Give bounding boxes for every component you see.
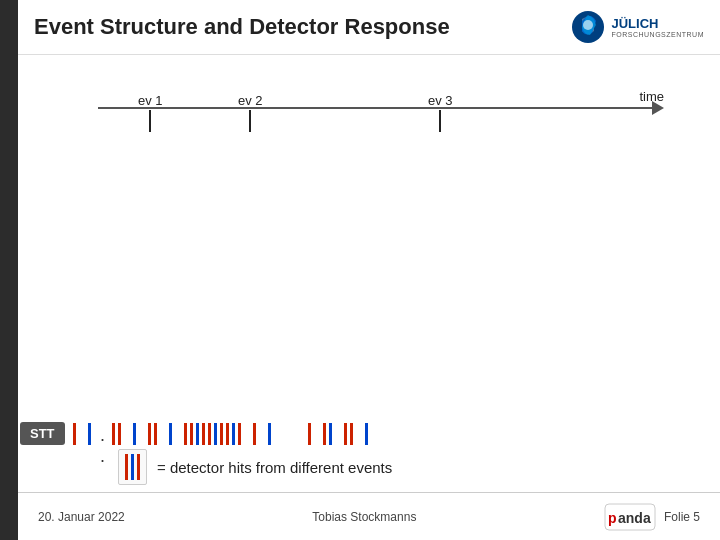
stt-badge: STT — [20, 422, 65, 445]
footer-folie: p anda Folie 5 — [604, 503, 700, 531]
legend-section: = detector hits from different events — [18, 449, 720, 485]
header: Event Structure and Detector Response JÜ… — [18, 0, 720, 55]
hit-bar — [73, 423, 76, 445]
hit-bar — [323, 423, 326, 445]
time-label: time — [639, 89, 664, 104]
hit-bar — [184, 423, 187, 445]
event-tick-ev2 — [249, 110, 251, 132]
hit-bar — [169, 423, 172, 445]
hit-bar — [208, 423, 211, 445]
hit-bar — [214, 423, 217, 445]
hit-bar — [308, 423, 311, 445]
hit-bar — [88, 423, 91, 445]
sidebar-bar — [0, 0, 18, 540]
hit-bar — [118, 423, 121, 445]
hit-bar — [202, 423, 205, 445]
timeline-line — [98, 107, 660, 109]
dot-line1: · — [100, 429, 105, 451]
hit-bar — [154, 423, 157, 445]
hit-bar — [148, 423, 151, 445]
logo-subtitle: FORSCHUNGSZENTRUM — [612, 31, 705, 38]
hit-bar — [268, 423, 271, 445]
hit-bar — [196, 423, 199, 445]
stt-section: STT — [0, 422, 720, 445]
hit-bar — [238, 423, 241, 445]
legend-blue-bar — [131, 454, 134, 480]
hit-bar — [329, 423, 332, 445]
hit-bar — [344, 423, 347, 445]
svg-text:anda: anda — [618, 510, 651, 526]
event-label-ev3: ev 3 — [428, 93, 453, 108]
hit-bar — [220, 423, 223, 445]
legend-bars — [118, 449, 147, 485]
footer-author: Tobias Stockmanns — [312, 510, 416, 524]
event-marker-ev1: ev 1 — [138, 93, 163, 132]
logo-area: JÜLICH FORSCHUNGSZENTRUM — [570, 9, 705, 45]
footer-date: 20. Januar 2022 — [38, 510, 125, 524]
juelich-logo-icon — [570, 9, 606, 45]
hit-bar — [190, 423, 193, 445]
svg-text:p: p — [608, 510, 617, 526]
hit-bar — [350, 423, 353, 445]
page-title: Event Structure and Detector Response — [34, 14, 570, 40]
svg-point-1 — [583, 20, 593, 30]
folie-label: Folie 5 — [664, 510, 700, 524]
legend-red-bar2 — [137, 454, 140, 480]
hit-bar — [365, 423, 368, 445]
event-tick-ev3 — [439, 110, 441, 132]
hit-bar — [133, 423, 136, 445]
stt-hits — [73, 423, 700, 445]
hit-bar — [253, 423, 256, 445]
logo-name: JÜLICH — [612, 16, 705, 32]
hit-bar — [112, 423, 115, 445]
legend-text: = detector hits from different events — [157, 459, 392, 476]
event-label-ev1: ev 1 — [138, 93, 163, 108]
footer: 20. Januar 2022 Tobias Stockmanns p anda… — [18, 492, 720, 540]
event-marker-ev2: ev 2 — [238, 93, 263, 132]
hit-bar — [232, 423, 235, 445]
hit-bar — [226, 423, 229, 445]
legend-box: = detector hits from different events — [118, 449, 392, 485]
event-tick-ev1 — [149, 110, 151, 132]
timeline-section: time ev 1 ev 2 ev 3 — [38, 75, 700, 155]
panda-logo-icon: p anda — [604, 503, 656, 531]
legend-red-bar — [125, 454, 128, 480]
logo-text-block: JÜLICH FORSCHUNGSZENTRUM — [612, 16, 705, 39]
event-label-ev2: ev 2 — [238, 93, 263, 108]
event-marker-ev3: ev 3 — [428, 93, 453, 132]
